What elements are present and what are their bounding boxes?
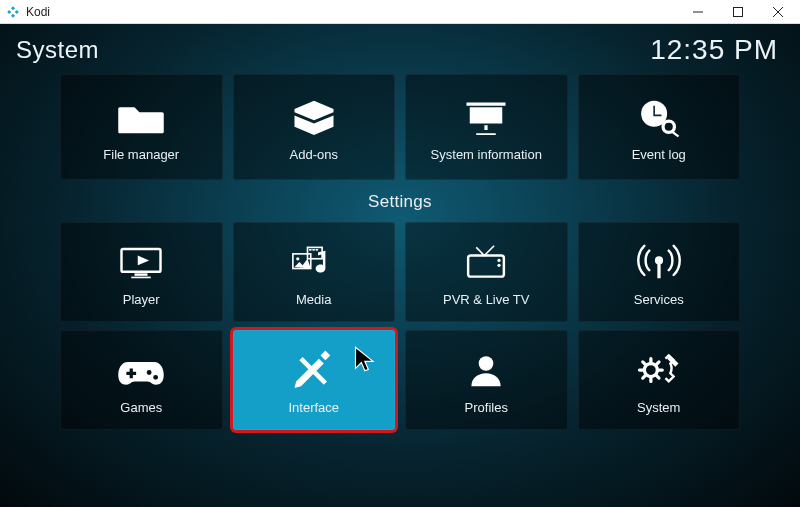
tile-file-manager[interactable]: File manager: [60, 74, 223, 180]
tv-icon: [460, 238, 512, 286]
tile-label: Games: [120, 400, 162, 415]
gear-tools-icon: [633, 346, 685, 394]
close-button[interactable]: [758, 0, 798, 24]
svg-rect-0: [734, 7, 743, 16]
svg-point-13: [498, 258, 501, 261]
clock-search-icon: [633, 93, 685, 141]
tile-system-information[interactable]: System information: [405, 74, 568, 180]
tile-pvr[interactable]: PVR & Live TV: [405, 222, 568, 322]
gamepad-icon: [115, 346, 167, 394]
svg-point-7: [296, 257, 299, 260]
tile-profiles[interactable]: Profiles: [405, 330, 568, 430]
tile-interface[interactable]: Interface: [233, 330, 396, 430]
svg-rect-16: [657, 263, 660, 278]
tile-label: Services: [634, 292, 684, 307]
svg-rect-10: [312, 249, 314, 251]
svg-rect-4: [135, 273, 148, 275]
box-icon: [288, 93, 340, 141]
tile-label: Event log: [632, 147, 686, 162]
svg-point-15: [655, 256, 663, 264]
tile-label: Interface: [288, 400, 339, 415]
tile-media[interactable]: Media: [233, 222, 396, 322]
play-monitor-icon: [115, 238, 167, 286]
tile-label: PVR & Live TV: [443, 292, 529, 307]
window-titlebar: Kodi: [0, 0, 800, 24]
media-icon: [288, 238, 340, 286]
tile-label: Profiles: [465, 400, 508, 415]
tile-label: Add-ons: [290, 147, 338, 162]
tile-label: Player: [123, 292, 160, 307]
folder-icon: [115, 93, 167, 141]
tile-services[interactable]: Services: [578, 222, 741, 322]
tile-label: Media: [296, 292, 331, 307]
profile-icon: [460, 346, 512, 394]
svg-point-2: [663, 121, 674, 132]
settings-row-1: Player Media PVR & Live TV Services: [60, 222, 740, 322]
clock: 12:35 PM: [650, 34, 778, 66]
kodi-app-icon: [6, 5, 20, 19]
kodi-app-body: System 12:35 PM File manager Add-ons: [0, 24, 800, 507]
window-title: Kodi: [26, 5, 50, 19]
svg-rect-9: [309, 249, 311, 251]
maximize-button[interactable]: [718, 0, 758, 24]
svg-point-14: [498, 263, 501, 266]
presentation-icon: [460, 93, 512, 141]
cursor-icon: [352, 345, 380, 373]
tile-label: System: [637, 400, 680, 415]
tile-event-log[interactable]: Event log: [578, 74, 741, 180]
header: System 12:35 PM: [0, 24, 800, 72]
svg-rect-5: [132, 276, 152, 278]
tile-label: File manager: [103, 147, 179, 162]
top-row: File manager Add-ons System information …: [60, 74, 740, 180]
tile-add-ons[interactable]: Add-ons: [233, 74, 396, 180]
svg-point-17: [479, 356, 494, 371]
page-title: System: [16, 36, 99, 64]
settings-heading: Settings: [60, 192, 740, 212]
pencil-ruler-icon: [288, 346, 340, 394]
tile-games[interactable]: Games: [60, 330, 223, 430]
tile-label: System information: [431, 147, 542, 162]
broadcast-icon: [633, 238, 685, 286]
tile-system[interactable]: System: [578, 330, 741, 430]
tile-player[interactable]: Player: [60, 222, 223, 322]
settings-row-2: Games Interface Profiles System: [60, 330, 740, 430]
svg-rect-11: [315, 249, 317, 251]
minimize-button[interactable]: [678, 0, 718, 24]
